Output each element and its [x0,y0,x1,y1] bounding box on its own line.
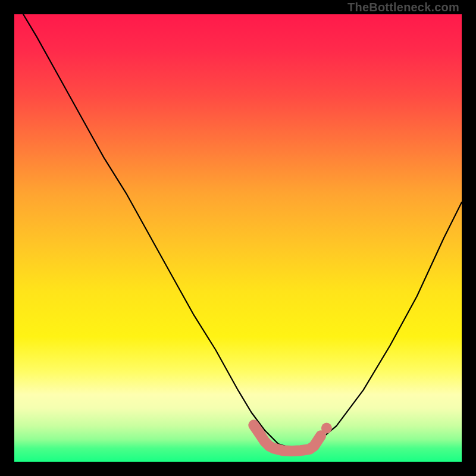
right-dot [321,423,332,434]
watermark-text: TheBottleneck.com [347,1,459,14]
chart-frame: TheBottleneck.com [0,0,476,476]
curves-svg [14,14,462,462]
main-curve [23,14,462,448]
plot-area [14,14,462,462]
